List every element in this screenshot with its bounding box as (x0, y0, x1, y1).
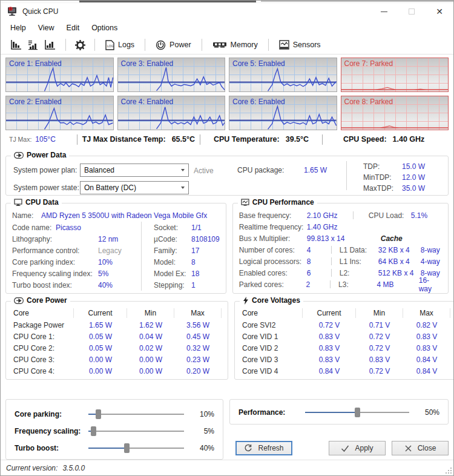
power-state-select[interactable]: On Battery (DC) (80, 181, 189, 194)
toolbar-separator (268, 39, 269, 51)
core-8-panel: Core 8: Parked (341, 96, 449, 130)
cpu-name-label: Name: (12, 211, 41, 220)
tj-max-distance: TJ Max Distance Temp: 65.5°C (77, 135, 200, 144)
frequency-scaling-index-value: 5% (98, 269, 108, 278)
tj-max-value: 105°C (35, 135, 56, 144)
power-state-label: System power state: (13, 183, 80, 192)
tuning-sliders-section: Core parking: 10% Frequency scaling: 5% (5, 399, 223, 460)
slider-thumb[interactable] (96, 409, 101, 419)
chart-ascending-button[interactable] (42, 38, 59, 51)
slider-fill (88, 448, 127, 449)
slider-rail[interactable] (88, 431, 184, 432)
socket-label: Socket: (154, 223, 191, 232)
toolbar-separator (94, 39, 95, 51)
base-frequency-value: 2.10 GHz (307, 211, 353, 220)
menu-edit[interactable]: Edit (61, 21, 86, 35)
performance-slider[interactable] (305, 407, 409, 418)
performance-label: Performance: (239, 408, 305, 417)
slider-rail[interactable] (88, 414, 184, 415)
performance-slider-section: Performance: 50% (229, 399, 449, 425)
core-power-header: Core Current Min Max (12, 306, 222, 319)
chart-descending-icon (10, 39, 22, 50)
close-icon: ✕ (436, 7, 443, 16)
l1-data-way: 8-way (421, 246, 440, 254)
cpu-data-right-column: Socket:1/1 µCode:8108109 Family:17 Model… (142, 222, 220, 291)
code-name-value: Picasso (56, 223, 81, 232)
core-5-panel: Core 5: Enabled (229, 58, 337, 92)
resize-grip[interactable] (444, 466, 452, 474)
slider-thumb[interactable] (91, 426, 96, 436)
tj-max-distance-value: 65.5°C (172, 135, 195, 144)
svg-text:LOG: LOG (107, 44, 114, 48)
family-label: Family: (154, 246, 191, 255)
chart-list-button[interactable] (25, 38, 42, 51)
menu-view[interactable]: View (32, 21, 61, 35)
core-parking-label: Core parking: (15, 410, 88, 418)
vertical-separator (330, 280, 331, 288)
vertical-separator (331, 257, 332, 265)
core-6-panel: Core 6: Enabled (229, 96, 337, 130)
base-frequency-label: Base frequency: (239, 211, 307, 220)
core-parking-index-label: Core parking index: (12, 258, 98, 266)
apply-button[interactable]: Apply (329, 441, 386, 455)
core-voltages-title: Core Voltages (252, 296, 300, 305)
chart-ascending-icon (44, 39, 56, 50)
col-current: Current (74, 308, 127, 318)
core-status-label: Core 3: Enabled (121, 59, 174, 68)
l1-data-value: 32 KB x 4 (378, 246, 421, 254)
col-max: Max (403, 308, 450, 318)
frequency-scaling-index-label: Frequency scaling index: (12, 269, 98, 278)
core-parking-slider[interactable] (88, 409, 184, 420)
mintdp-value: 12.0 W (402, 173, 425, 182)
sensors-button[interactable]: Sensors (275, 39, 324, 51)
slider-thumb[interactable] (124, 443, 130, 453)
core-power-icon (14, 297, 24, 304)
power-plan-select[interactable]: Balanced (80, 164, 189, 177)
parked-cores-label: Parked cores: (239, 280, 306, 289)
lightning-bolt-icon (243, 297, 249, 305)
power-button[interactable]: Power (152, 39, 194, 51)
turbo-boost-slider[interactable] (88, 443, 184, 454)
memory-icon (212, 41, 227, 48)
vertical-separator (353, 211, 354, 219)
table-row: Core VID 20.83 V0.72 V0.83 V (241, 342, 450, 354)
cpu-load-label: CPU Load: (369, 211, 411, 220)
gear-icon (75, 40, 85, 50)
core-1-panel: Core 1: Enabled (5, 58, 114, 92)
menu-options[interactable]: Options (85, 21, 123, 35)
core-status-label: Core 1: Enabled (9, 59, 62, 68)
title-bar: Quick CPU ✕ (1, 3, 453, 20)
power-plan-label: System power plan: (13, 166, 80, 174)
memory-button[interactable]: Memory (209, 39, 262, 50)
tj-max-label: TJ Max: (9, 136, 31, 143)
slider-thumb[interactable] (355, 408, 360, 417)
tj-max: TJ Max: 105°C (9, 135, 77, 144)
core-voltages-header: Core Current Min Max (241, 306, 450, 319)
core-power-title: Core Power (27, 296, 67, 305)
l3-label: L3: (338, 280, 377, 289)
chart-descending-button[interactable] (8, 38, 25, 51)
minimize-button[interactable] (370, 3, 398, 20)
stepping-label: Stepping: (154, 281, 191, 289)
lithography-label: Lithography: (12, 235, 98, 243)
refresh-label: Refresh (258, 444, 283, 452)
close-button[interactable]: ✕ (426, 3, 453, 20)
maximize-button (398, 3, 426, 20)
cpu-name-value: AMD Ryzen 5 3500U with Radeon Vega Mobil… (41, 211, 207, 220)
maxtdp-value: 35.0 W (402, 184, 425, 193)
turbo-boost-label: Turbo boost: (15, 444, 88, 452)
settings-button[interactable] (73, 39, 88, 51)
menu-help[interactable]: Help (4, 21, 32, 35)
logical-processors-value: 8 (307, 257, 331, 266)
close-dialog-button[interactable]: Close (392, 441, 449, 455)
l3-way: 16-way (419, 276, 442, 293)
logs-button[interactable]: LOG Logs (102, 39, 138, 51)
background-window-edge (1, 1, 453, 3)
turbo-boost-index-label: Turbo boost index: (12, 281, 98, 289)
refresh-button[interactable]: Refresh (235, 441, 292, 455)
frequency-scaling-slider[interactable] (88, 426, 184, 437)
status-bar: Current version: 3.5.0.0 (1, 460, 453, 475)
turbo-boost-value: 40% (190, 444, 214, 452)
core-parking-slider-row: Core parking: 10% (15, 406, 214, 423)
check-icon (341, 445, 349, 452)
